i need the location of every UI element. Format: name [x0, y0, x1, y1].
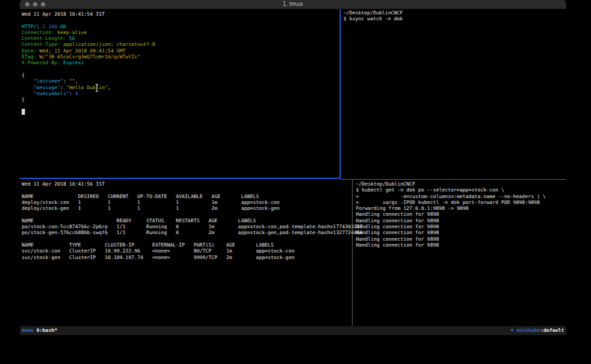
terminal-line: "lastseen": "",: [22, 78, 338, 84]
status-left: demo 0:bash*: [22, 326, 57, 335]
terminal-line: {: [22, 72, 338, 78]
terminal-line: X-Powered-By: Express: [22, 60, 338, 66]
terminal-line: [22, 17, 338, 23]
terminal-line: Handling connection for 9898: [356, 230, 565, 235]
terminal-line: }: [22, 96, 338, 102]
terminal-line: Forwarding from 127.0.0.1:9898 -> 9898: [356, 205, 565, 211]
terminal-line: $ ksync watch -n dok: [343, 16, 564, 22]
desktop: { "window": { "title": "1. tmux" }, "sta…: [0, 0, 591, 364]
kube-context: minikube: [517, 327, 540, 333]
minimize-button[interactable]: [33, 2, 37, 7]
terminal-line: $ kubectl get -n dok po --selector=app=s…: [356, 187, 565, 193]
terminal-line: > xargs -IPOD kubectl -n dok port-forwar…: [356, 199, 565, 205]
terminal-line: Connection: keep-alive: [22, 30, 338, 35]
terminal-line: po/stock-gen-576cc688bb-swqf6 1/1 Runnin…: [22, 230, 350, 235]
zoom-button[interactable]: [41, 2, 45, 7]
terminal-line: [22, 102, 338, 108]
pane-divider-horizontal-right[interactable]: [341, 179, 566, 180]
terminal-line: [22, 236, 350, 242]
terminal-line: > -o=custom-columns=:metadata.name --no-…: [356, 193, 565, 199]
pane-divider-horizontal-left[interactable]: [20, 178, 341, 179]
terminal-line: Content-Length: 56: [22, 35, 338, 41]
terminal-line: NAME READY STATUS RESTARTS AGE LABELS: [22, 218, 350, 224]
window-title: 1. tmux: [20, 0, 566, 9]
terminal-line: [22, 211, 350, 217]
terminal-line: [22, 187, 350, 193]
pane-ksync[interactable]: ~/Desktop/DublinCNCF$ ksync watch -n dok: [343, 10, 564, 22]
terminal-line: svc/stock-gen ClusterIP 10.109.197.74 <n…: [22, 254, 350, 260]
traffic-lights: [25, 2, 45, 7]
pane-divider-vertical-top[interactable]: [339, 9, 341, 179]
tmux-session: Wed 11 Apr 2018 10:41:54 IST HTTP/1.1 20…: [20, 9, 566, 326]
terminal-line: Handling connection for 9898: [356, 211, 565, 217]
terminal-line: [22, 109, 338, 115]
close-button[interactable]: [25, 2, 30, 7]
status-right: ☸ minikube:default: [511, 326, 564, 335]
terminal-line: Wed 11 Apr 2018 10:41:54 IST: [22, 11, 338, 17]
terminal-line: deploy/stock-gen 1 1 1 1 2m app=stock-ge…: [22, 205, 350, 211]
terminal-line: Handling connection for 9898: [356, 242, 565, 248]
terminal-line: "numsymbols": 4: [22, 91, 338, 96]
terminal-line: ETag: W/"38-05coCsrg3mQ75sHr1d/qcWTwYZc": [22, 54, 338, 60]
terminal-line: [22, 66, 338, 72]
terminal-line: "message": "Hello Dublin",: [22, 85, 338, 91]
terminal-line: ~/Desktop/DublinCNCF: [356, 181, 565, 187]
terminal-line: svc/stock-con ClusterIP 10.99.222.96 <no…: [22, 248, 350, 254]
terminal-line: HTTP/1.1 200 OK: [22, 24, 338, 30]
window-titlebar[interactable]: 1. tmux: [20, 0, 566, 9]
terminal-line: NAME TYPE CLUSTER-IP EXTERNAL-IP PORT(S)…: [22, 242, 350, 248]
terminal-line: deploy/stock-con 1 1 1 1 1m app=stock-co…: [22, 199, 350, 205]
terminal-line: Handling connection for 9898: [356, 224, 565, 230]
terminal-line: ~/Desktop/DublinCNCF: [343, 10, 564, 16]
terminal-line: Date: Wed, 11 Apr 2018 09:41:54 GMT: [22, 48, 338, 54]
terminal-line: Handling connection for 9898: [356, 218, 565, 224]
terminal-window: 1. tmux Wed 11 Apr 2018 10:41:54 IST HTT…: [20, 0, 566, 335]
pane-http-response[interactable]: Wed 11 Apr 2018 10:41:54 IST HTTP/1.1 20…: [22, 11, 338, 115]
tmux-status-bar: demo 0:bash* ☸ minikube:default: [20, 326, 566, 335]
terminal-line: po/stock-con-5cc874766c-2p6rp 1/1 Runnin…: [22, 224, 350, 230]
kube-namespace: :default: [540, 327, 564, 333]
terminal-line: Content-Type: application/json; charset=…: [22, 41, 338, 47]
window-tab-bash[interactable]: 0:bash*: [37, 327, 58, 333]
pane-divider-vertical-bottom[interactable]: [352, 179, 353, 325]
terminal-line: Wed 11 Apr 2018 10:41:56 IST: [22, 181, 350, 187]
session-name: demo: [22, 327, 37, 333]
terminal-line: Handling connection for 9898: [356, 236, 565, 242]
pane-kubectl-get[interactable]: Wed 11 Apr 2018 10:41:56 IST NAME DESIRE…: [22, 181, 350, 260]
mouse-text-cursor: [95, 82, 99, 90]
pane-port-forward[interactable]: ~/Desktop/DublinCNCF$ kubectl get -n dok…: [356, 181, 565, 248]
terminal-line: NAME DESIRED CURRENT UP-TO-DATE AVAILABL…: [22, 193, 350, 199]
